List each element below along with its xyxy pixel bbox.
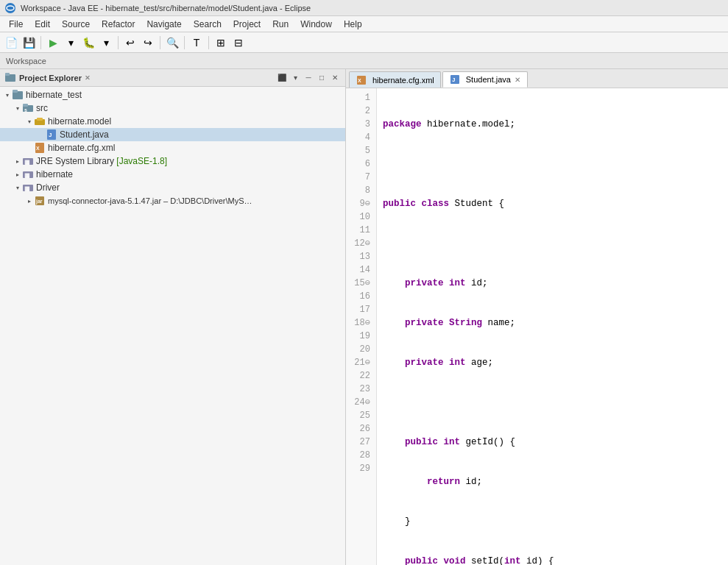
menu-edit[interactable]: Edit <box>29 16 56 32</box>
code-editor[interactable]: 1 2 3 4 5 6 7 8 9⊖ 10 11 12⊖ 13 14 15⊖ 1… <box>346 88 728 565</box>
svg-rect-10 <box>37 118 43 121</box>
package-icon <box>34 116 46 127</box>
save-button[interactable]: 💾 <box>21 35 37 51</box>
java-file-icon: J <box>46 129 57 141</box>
code-line-5: private int id; <box>383 277 722 290</box>
debug-button[interactable]: 🐛 <box>80 35 96 51</box>
editor-tabs: X hibernate.cfg.xml J Student.java ✕ <box>346 69 728 88</box>
tab-xml-icon: X <box>356 74 367 86</box>
menu-help[interactable]: Help <box>338 16 368 32</box>
main-area: Project Explorer ✕ ⬛ ▾ ─ □ ✕ ▾ <box>0 69 728 565</box>
tree-arrow-hibernate-test[interactable]: ▾ <box>3 90 12 99</box>
tree-arrow-jre[interactable]: ▸ <box>13 157 22 166</box>
code-line-8 <box>383 396 722 409</box>
open-type-button[interactable]: T <box>188 35 205 51</box>
menu-run[interactable]: Run <box>266 16 294 32</box>
code-line-12: public void setId(int id) { <box>383 555 722 565</box>
tree-arrow-mysql-jar[interactable]: ▸ <box>25 196 34 205</box>
menu-search[interactable]: Search <box>188 16 227 32</box>
svg-text:J: J <box>452 77 455 83</box>
menu-source[interactable]: Source <box>56 16 96 32</box>
tab-hibernate-cfg[interactable]: X hibernate.cfg.xml <box>349 71 441 88</box>
tree-arrow-src[interactable]: ▾ <box>13 104 22 113</box>
driver-lib-icon: ▦ <box>22 182 34 193</box>
tab-student-label: Student.java <box>466 75 511 84</box>
run-button[interactable]: ▶ <box>45 35 61 51</box>
redo-button[interactable]: ↪ <box>140 35 156 51</box>
menu-project[interactable]: Project <box>227 16 266 32</box>
xml-file-icon: X <box>34 142 46 154</box>
jar-icon: jar <box>34 195 46 207</box>
tree-item-src[interactable]: ▾ s src <box>0 102 345 115</box>
svg-rect-7 <box>23 104 28 107</box>
toolbar-sep-5 <box>208 36 209 49</box>
svg-text:jar: jar <box>35 199 43 205</box>
project-tree: ▾ hibernate_test ▾ s <box>0 87 345 565</box>
tree-label-mysql-jar: mysql-connector-java-5.1.47.jar – D:\JDB… <box>48 196 252 205</box>
pe-minimize-btn[interactable]: ─ <box>303 72 314 84</box>
pe-maximize-btn[interactable]: □ <box>316 72 328 84</box>
svg-text:▦: ▦ <box>24 185 30 192</box>
tree-item-mysql-jar[interactable]: ▸ jar mysql-connector-java-5.1.47.jar – … <box>0 194 345 207</box>
title-bar: Workspace - Java EE - hibernate_test/src… <box>0 0 728 16</box>
code-content[interactable]: package hibernate.model; public class St… <box>377 88 728 565</box>
tree-arrow-cfg <box>25 143 34 152</box>
tab-cfg-label: hibernate.cfg.xml <box>372 76 434 85</box>
code-line-2 <box>383 157 722 171</box>
tree-label-student-java: Student.java <box>60 129 109 140</box>
tab-student-java[interactable]: J Student.java ✕ <box>442 71 528 88</box>
tree-item-hibernate-lib[interactable]: ▸ ▦ hibernate <box>0 168 345 181</box>
pe-collapse-btn[interactable]: ⬛ <box>276 72 288 84</box>
tree-label-src: src <box>36 103 48 113</box>
hibernate-lib-icon: ▦ <box>22 168 34 180</box>
line-numbers: 1 2 3 4 5 6 7 8 9⊖ 10 11 12⊖ 13 14 15⊖ 1… <box>346 88 377 565</box>
toolbar-sep-3 <box>160 36 160 49</box>
pe-view-menu-btn[interactable]: ▾ <box>289 72 301 84</box>
tab-close-student[interactable]: ✕ <box>514 76 521 84</box>
project-explorer-badge: ✕ <box>85 74 91 82</box>
code-line-3: public class Student { <box>383 197 722 210</box>
svg-rect-5 <box>13 90 18 93</box>
tree-item-student-java[interactable]: J Student.java <box>0 128 345 141</box>
tree-item-driver[interactable]: ▾ ▦ Driver <box>0 181 345 194</box>
tree-label-hibernate-test: hibernate_test <box>26 90 82 100</box>
tree-item-hibernate-cfg[interactable]: X hibernate.cfg.xml <box>0 141 345 154</box>
tree-label-hibernate-model: hibernate.model <box>48 116 111 127</box>
project-explorer-header: Project Explorer ✕ ⬛ ▾ ─ □ ✕ <box>0 69 345 87</box>
tree-arrow-driver[interactable]: ▾ <box>13 183 22 192</box>
project-explorer: Project Explorer ✕ ⬛ ▾ ─ □ ✕ ▾ <box>0 69 346 565</box>
src-folder-icon: s <box>22 102 34 114</box>
svg-text:▦: ▦ <box>24 159 30 166</box>
menu-file[interactable]: File <box>3 16 29 32</box>
menu-window[interactable]: Window <box>294 16 338 32</box>
run-dropdown[interactable]: ▾ <box>63 35 79 51</box>
tree-item-hibernate-test[interactable]: ▾ hibernate_test <box>0 88 345 102</box>
menu-navigate[interactable]: Navigate <box>141 16 187 32</box>
code-line-4 <box>383 237 722 250</box>
svg-text:X: X <box>358 78 361 83</box>
project-explorer-icon <box>4 72 16 84</box>
tree-label-driver: Driver <box>36 182 60 193</box>
tree-item-hibernate-model[interactable]: ▾ hibernate.model <box>0 115 345 128</box>
perspective-button[interactable]: ⊞ <box>213 35 229 51</box>
svg-text:X: X <box>36 146 40 151</box>
code-line-1: package hibernate.model; <box>383 118 722 131</box>
project-explorer-title: Project Explorer <box>19 74 82 82</box>
tree-label-jre: JRE System Library [JavaSE-1.8] <box>36 156 167 166</box>
undo-button[interactable]: ↩ <box>122 35 138 51</box>
tree-arrow-hibernate-model[interactable]: ▾ <box>25 117 34 126</box>
menu-refactor[interactable]: Refactor <box>96 16 141 32</box>
menu-bar: File Edit Source Refactor Navigate Searc… <box>0 16 728 32</box>
debug-dropdown[interactable]: ▾ <box>98 35 114 51</box>
svg-text:s: s <box>24 107 27 113</box>
pe-close-btn[interactable]: ✕ <box>329 72 341 84</box>
tree-item-jre[interactable]: ▸ ▦ JRE System Library [JavaSE-1.8] <box>0 154 345 168</box>
svg-text:▦: ▦ <box>24 172 30 179</box>
toolbar-sep-4 <box>184 36 185 49</box>
code-line-6: private String name; <box>383 316 722 330</box>
project-icon <box>12 89 24 101</box>
search-button[interactable]: 🔍 <box>164 35 180 51</box>
tree-arrow-hibernate-lib[interactable]: ▸ <box>13 170 22 179</box>
view-button[interactable]: ⊟ <box>230 35 247 51</box>
new-button[interactable]: 📄 <box>3 35 19 51</box>
